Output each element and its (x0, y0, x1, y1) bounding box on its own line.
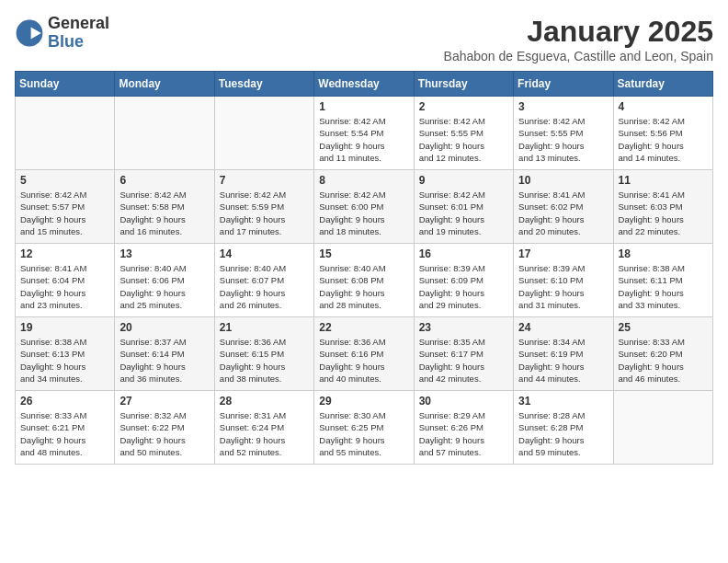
day-info: Sunrise: 8:42 AMSunset: 5:56 PMDaylight:… (619, 115, 708, 164)
day-info: Sunrise: 8:28 AMSunset: 6:28 PMDaylight:… (518, 409, 608, 458)
calendar-cell: 9Sunrise: 8:42 AMSunset: 6:01 PMDaylight… (414, 170, 513, 244)
calendar-cell: 28Sunrise: 8:31 AMSunset: 6:24 PMDayligh… (214, 391, 313, 465)
day-info: Sunrise: 8:42 AMSunset: 5:55 PMDaylight:… (419, 115, 508, 164)
calendar-cell: 2Sunrise: 8:42 AMSunset: 5:55 PMDaylight… (414, 97, 513, 170)
day-number: 31 (518, 395, 608, 408)
week-row-3: 12Sunrise: 8:41 AMSunset: 6:04 PMDayligh… (16, 244, 713, 317)
weekday-header-tuesday: Tuesday (214, 72, 313, 97)
day-info: Sunrise: 8:35 AMSunset: 6:17 PMDaylight:… (419, 336, 508, 385)
weekday-header-thursday: Thursday (414, 72, 513, 97)
calendar-cell: 31Sunrise: 8:28 AMSunset: 6:28 PMDayligh… (514, 391, 613, 465)
day-number: 18 (619, 247, 708, 260)
calendar-table: SundayMondayTuesdayWednesdayThursdayFrid… (15, 71, 713, 465)
day-number: 21 (220, 321, 309, 334)
day-number: 30 (419, 395, 508, 408)
day-number: 24 (518, 321, 608, 334)
calendar-cell: 17Sunrise: 8:39 AMSunset: 6:10 PMDayligh… (514, 244, 613, 317)
calendar-cell: 13Sunrise: 8:40 AMSunset: 6:06 PMDayligh… (115, 244, 214, 317)
day-number: 16 (419, 247, 508, 260)
weekday-header-sunday: Sunday (16, 72, 115, 97)
day-info: Sunrise: 8:42 AMSunset: 5:54 PMDaylight:… (319, 115, 408, 164)
calendar-cell: 26Sunrise: 8:33 AMSunset: 6:21 PMDayligh… (16, 391, 115, 465)
day-number: 5 (20, 174, 109, 187)
day-number: 2 (419, 100, 508, 113)
calendar-cell: 19Sunrise: 8:38 AMSunset: 6:13 PMDayligh… (16, 317, 115, 391)
day-number: 20 (119, 321, 209, 334)
weekday-header-wednesday: Wednesday (314, 72, 414, 97)
day-number: 13 (119, 247, 209, 260)
day-info: Sunrise: 8:33 AMSunset: 6:20 PMDaylight:… (619, 336, 708, 385)
calendar-cell: 11Sunrise: 8:41 AMSunset: 6:03 PMDayligh… (613, 170, 712, 244)
calendar-cell (16, 97, 115, 170)
day-number: 11 (619, 174, 708, 187)
calendar-cell: 20Sunrise: 8:37 AMSunset: 6:14 PMDayligh… (115, 317, 214, 391)
calendar-cell (613, 391, 712, 465)
day-number: 1 (319, 100, 408, 113)
day-info: Sunrise: 8:36 AMSunset: 6:15 PMDaylight:… (220, 336, 309, 385)
day-info: Sunrise: 8:34 AMSunset: 6:19 PMDaylight:… (518, 336, 608, 385)
day-number: 27 (119, 395, 209, 408)
month-title: January 2025 (444, 15, 713, 49)
calendar-cell: 30Sunrise: 8:29 AMSunset: 6:26 PMDayligh… (414, 391, 513, 465)
weekday-header-row: SundayMondayTuesdayWednesdayThursdayFrid… (16, 72, 713, 97)
day-info: Sunrise: 8:38 AMSunset: 6:13 PMDaylight:… (20, 336, 109, 385)
day-info: Sunrise: 8:42 AMSunset: 5:59 PMDaylight:… (220, 189, 309, 237)
day-info: Sunrise: 8:42 AMSunset: 5:58 PMDaylight:… (119, 189, 209, 237)
weekday-header-friday: Friday (514, 72, 613, 97)
calendar-cell: 15Sunrise: 8:40 AMSunset: 6:08 PMDayligh… (314, 244, 414, 317)
day-info: Sunrise: 8:31 AMSunset: 6:24 PMDaylight:… (220, 409, 309, 458)
calendar-cell: 3Sunrise: 8:42 AMSunset: 5:55 PMDaylight… (514, 97, 613, 170)
weekday-header-saturday: Saturday (613, 72, 712, 97)
day-info: Sunrise: 8:38 AMSunset: 6:11 PMDaylight:… (619, 262, 708, 311)
day-info: Sunrise: 8:41 AMSunset: 6:03 PMDaylight:… (619, 189, 708, 237)
day-number: 6 (119, 174, 209, 187)
calendar-cell: 14Sunrise: 8:40 AMSunset: 6:07 PMDayligh… (214, 244, 313, 317)
calendar-cell: 21Sunrise: 8:36 AMSunset: 6:15 PMDayligh… (214, 317, 313, 391)
weekday-header-monday: Monday (115, 72, 214, 97)
day-number: 26 (20, 395, 109, 408)
calendar-cell: 27Sunrise: 8:32 AMSunset: 6:22 PMDayligh… (115, 391, 214, 465)
day-number: 10 (518, 174, 608, 187)
day-number: 25 (619, 321, 708, 334)
day-number: 17 (518, 247, 608, 260)
day-info: Sunrise: 8:37 AMSunset: 6:14 PMDaylight:… (119, 336, 209, 385)
calendar-cell: 4Sunrise: 8:42 AMSunset: 5:56 PMDaylight… (613, 97, 712, 170)
day-info: Sunrise: 8:41 AMSunset: 6:04 PMDaylight:… (20, 262, 109, 311)
title-block: January 2025 Bahabon de Esgueva, Castill… (444, 15, 713, 63)
day-info: Sunrise: 8:40 AMSunset: 6:07 PMDaylight:… (220, 262, 309, 311)
day-info: Sunrise: 8:32 AMSunset: 6:22 PMDaylight:… (119, 409, 209, 458)
day-info: Sunrise: 8:42 AMSunset: 6:01 PMDaylight:… (419, 189, 508, 237)
logo-text: General Blue (48, 15, 109, 52)
day-number: 19 (20, 321, 109, 334)
day-info: Sunrise: 8:42 AMSunset: 5:57 PMDaylight:… (20, 189, 109, 237)
calendar-cell: 8Sunrise: 8:42 AMSunset: 6:00 PMDaylight… (314, 170, 414, 244)
calendar-cell: 10Sunrise: 8:41 AMSunset: 6:02 PMDayligh… (514, 170, 613, 244)
location-subtitle: Bahabon de Esgueva, Castille and Leon, S… (444, 49, 713, 63)
calendar-cell (115, 97, 214, 170)
page-header: General Blue January 2025 Bahabon de Esg… (15, 15, 713, 63)
day-info: Sunrise: 8:30 AMSunset: 6:25 PMDaylight:… (319, 409, 408, 458)
day-info: Sunrise: 8:36 AMSunset: 6:16 PMDaylight:… (319, 336, 408, 385)
calendar-cell: 29Sunrise: 8:30 AMSunset: 6:25 PMDayligh… (314, 391, 414, 465)
day-number: 23 (419, 321, 508, 334)
day-number: 3 (518, 100, 608, 113)
calendar-cell: 1Sunrise: 8:42 AMSunset: 5:54 PMDaylight… (314, 97, 414, 170)
calendar-cell: 6Sunrise: 8:42 AMSunset: 5:58 PMDaylight… (115, 170, 214, 244)
day-info: Sunrise: 8:40 AMSunset: 6:08 PMDaylight:… (319, 262, 408, 311)
logo-general-text: General (48, 15, 109, 33)
day-number: 28 (220, 395, 309, 408)
day-number: 9 (419, 174, 508, 187)
day-number: 12 (20, 247, 109, 260)
day-info: Sunrise: 8:33 AMSunset: 6:21 PMDaylight:… (20, 409, 109, 458)
calendar-cell: 18Sunrise: 8:38 AMSunset: 6:11 PMDayligh… (613, 244, 712, 317)
calendar-cell: 22Sunrise: 8:36 AMSunset: 6:16 PMDayligh… (314, 317, 414, 391)
day-info: Sunrise: 8:42 AMSunset: 6:00 PMDaylight:… (319, 189, 408, 237)
calendar-cell (214, 97, 313, 170)
logo: General Blue (15, 15, 109, 52)
day-number: 22 (319, 321, 408, 334)
day-info: Sunrise: 8:39 AMSunset: 6:10 PMDaylight:… (518, 262, 608, 311)
logo-blue-text: Blue (48, 33, 109, 52)
week-row-2: 5Sunrise: 8:42 AMSunset: 5:57 PMDaylight… (16, 170, 713, 244)
day-info: Sunrise: 8:40 AMSunset: 6:06 PMDaylight:… (119, 262, 209, 311)
week-row-1: 1Sunrise: 8:42 AMSunset: 5:54 PMDaylight… (16, 97, 713, 170)
